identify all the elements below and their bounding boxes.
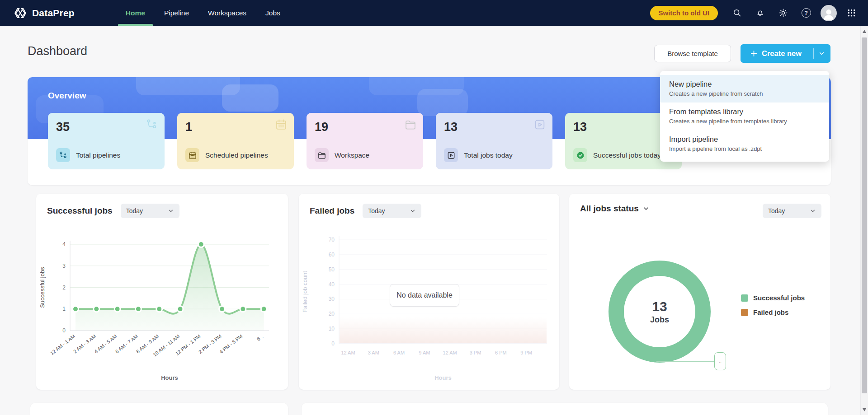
stat-value: 19 <box>315 120 415 134</box>
svg-text:1: 1 <box>62 306 66 312</box>
legend-swatch <box>741 309 748 316</box>
svg-text:20: 20 <box>329 311 335 317</box>
browse-template-button[interactable]: Browse template <box>654 45 731 62</box>
user-avatar[interactable] <box>821 5 837 21</box>
pipeline-icon <box>56 148 70 162</box>
folder-icon <box>404 118 417 133</box>
stat-card-total-pipelines[interactable]: 35 Total pipelines <box>48 113 165 169</box>
svg-text:0: 0 <box>331 340 335 347</box>
failed-jobs-filter-select[interactable]: Today <box>363 204 421 218</box>
check-circle-icon <box>573 148 587 162</box>
nav-right: Switch to old UI ? <box>650 5 860 22</box>
folder-icon <box>315 148 329 162</box>
legend-label: Successful jobs <box>753 294 805 302</box>
svg-text:50: 50 <box>329 266 335 273</box>
svg-text:Successful jobs: Successful jobs <box>39 267 46 308</box>
failed-jobs-panel: Failed jobs Today 01020304050607012 AM3 … <box>299 194 559 390</box>
select-value: Today <box>368 207 385 214</box>
button-divider <box>813 48 814 59</box>
chevron-down-icon <box>810 208 816 214</box>
settings-gear-icon[interactable] <box>774 5 792 22</box>
plus-icon <box>750 50 758 57</box>
svg-text:30: 30 <box>329 296 335 302</box>
legend-item-failed[interactable]: Failed jobs <box>741 308 805 316</box>
apps-grid-icon[interactable] <box>843 5 860 22</box>
nav-link-home[interactable]: Home <box>118 0 153 26</box>
scrollbar-thumb[interactable] <box>862 37 867 393</box>
overview-title: Overview <box>48 91 86 101</box>
donut-callout-line <box>656 361 714 362</box>
search-icon[interactable] <box>728 5 745 22</box>
panel-title-label: All jobs status <box>580 204 639 214</box>
svg-text:4 AM - 5 AM: 4 AM - 5 AM <box>93 333 118 354</box>
dashboard-page: Dashboard Browse template Create new Ove… <box>0 26 868 415</box>
legend-label: Failed jobs <box>753 308 788 316</box>
nav-link-workspaces[interactable]: Workspaces <box>200 0 254 26</box>
stat-card-scheduled-pipelines[interactable]: 1 Scheduled pipelines <box>177 113 294 169</box>
nav-link-jobs[interactable]: Jobs <box>258 0 288 26</box>
menu-item-title: From templates library <box>669 107 820 116</box>
svg-text:70: 70 <box>329 237 335 243</box>
scrollbar-up-arrow[interactable] <box>863 30 866 33</box>
select-value: Today <box>126 207 143 214</box>
successful-jobs-panel: Successful jobs Today 0123412 AM - 1 AM2… <box>36 194 288 390</box>
svg-text:40: 40 <box>329 281 335 288</box>
chevron-down-icon <box>410 208 416 214</box>
svg-text:12 AM - 1 AM: 12 AM - 1 AM <box>49 333 76 356</box>
svg-text:6 ..: 6 .. <box>255 333 264 342</box>
stat-card-workspace[interactable]: 19 Workspace <box>307 113 423 169</box>
notifications-bell-icon[interactable] <box>751 5 769 22</box>
svg-text:4: 4 <box>62 241 66 247</box>
scrollbar-down-arrow[interactable] <box>863 408 866 411</box>
stat-card-total-jobs-today[interactable]: 13 Total jobs today <box>436 113 552 169</box>
pipeline-icon <box>146 118 158 133</box>
all-jobs-status-panel: All jobs status Today 13 Jobs Successful… <box>569 194 830 390</box>
create-new-button[interactable]: Create new <box>741 44 830 63</box>
page-title: Dashboard <box>28 44 87 58</box>
no-data-message: No data available <box>390 284 459 307</box>
successful-jobs-chart: 0123412 AM - 1 AM2 AM - 3 AM4 AM - 5 AM6… <box>36 232 280 392</box>
navbar: DataPrep Home Pipeline Workspaces Jobs S… <box>0 0 868 26</box>
help-icon[interactable]: ? <box>797 5 815 22</box>
stat-label: Total pipelines <box>76 151 120 159</box>
bottom-panel-left <box>30 403 288 415</box>
svg-text:12 AM: 12 AM <box>341 350 355 355</box>
donut-callout[interactable]: .. <box>714 352 726 370</box>
stat-value: 13 <box>444 120 544 134</box>
successful-jobs-filter-select[interactable]: Today <box>121 204 179 218</box>
svg-text:9 PM: 9 PM <box>520 350 532 355</box>
menu-item-import-pipeline[interactable]: Import pipeline Import a pipeline from l… <box>660 130 829 158</box>
stat-label: Successful jobs today <box>593 151 661 159</box>
select-value: Today <box>768 207 785 214</box>
nav-links: Home Pipeline Workspaces Jobs <box>116 0 290 26</box>
brand-name: DataPrep <box>32 8 75 19</box>
dataprep-logo-icon <box>14 6 27 20</box>
stat-label: Scheduled pipelines <box>205 151 268 159</box>
svg-text:6 AM: 6 AM <box>393 350 405 355</box>
svg-text:2: 2 <box>62 284 66 291</box>
legend-item-successful[interactable]: Successful jobs <box>741 294 805 302</box>
chevron-down-icon <box>642 205 650 212</box>
panel-title[interactable]: All jobs status <box>580 204 650 214</box>
menu-item-from-templates-library[interactable]: From templates library Creates a new pip… <box>660 103 829 130</box>
menu-item-new-pipeline[interactable]: New pipeline Creates a new pipeline from… <box>660 75 829 103</box>
svg-text:Hours: Hours <box>161 374 178 381</box>
svg-text:3: 3 <box>62 263 66 269</box>
brand[interactable]: DataPrep <box>14 6 75 20</box>
stat-value: 1 <box>185 120 286 134</box>
nav-link-pipeline[interactable]: Pipeline <box>156 0 197 26</box>
banner-decoration <box>417 89 468 116</box>
vertical-scrollbar[interactable] <box>860 26 868 415</box>
panel-title: Failed jobs <box>310 206 354 216</box>
menu-item-description: Creates a new pipeline from templates li… <box>669 118 820 125</box>
chevron-down-icon[interactable] <box>818 50 825 57</box>
svg-text:12 AM: 12 AM <box>443 350 457 355</box>
create-new-label: Create new <box>762 49 802 58</box>
media-play-icon <box>533 118 546 133</box>
svg-text:3 AM: 3 AM <box>368 350 379 355</box>
svg-text:60: 60 <box>329 252 335 258</box>
switch-to-old-ui-button[interactable]: Switch to old UI <box>650 6 718 20</box>
calendar-icon <box>185 148 199 162</box>
all-jobs-filter-select[interactable]: Today <box>763 204 821 218</box>
calendar-icon <box>275 118 288 133</box>
